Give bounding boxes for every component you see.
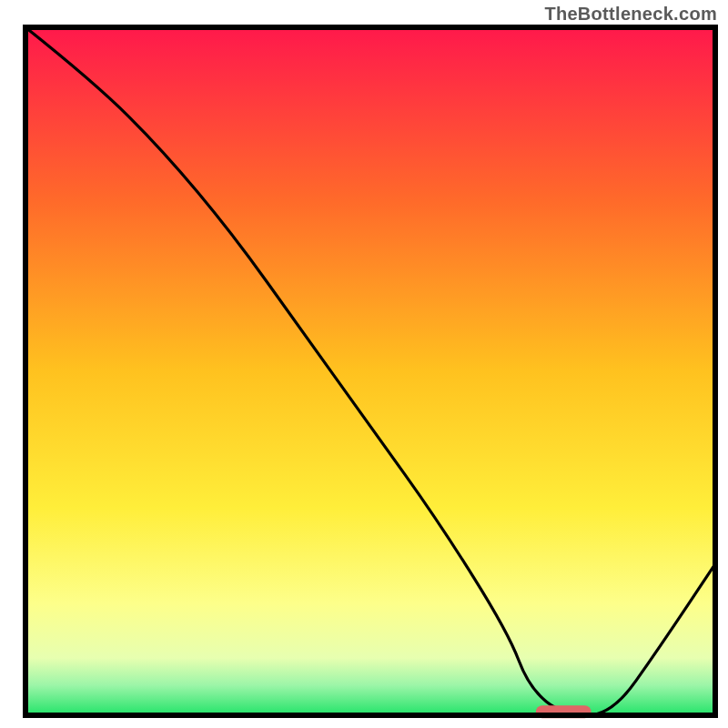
plot-background bbox=[28, 30, 713, 713]
chart-container: TheBottleneck.com bbox=[0, 0, 728, 728]
chart-svg bbox=[0, 0, 728, 728]
watermark-text: TheBottleneck.com bbox=[544, 4, 717, 25]
